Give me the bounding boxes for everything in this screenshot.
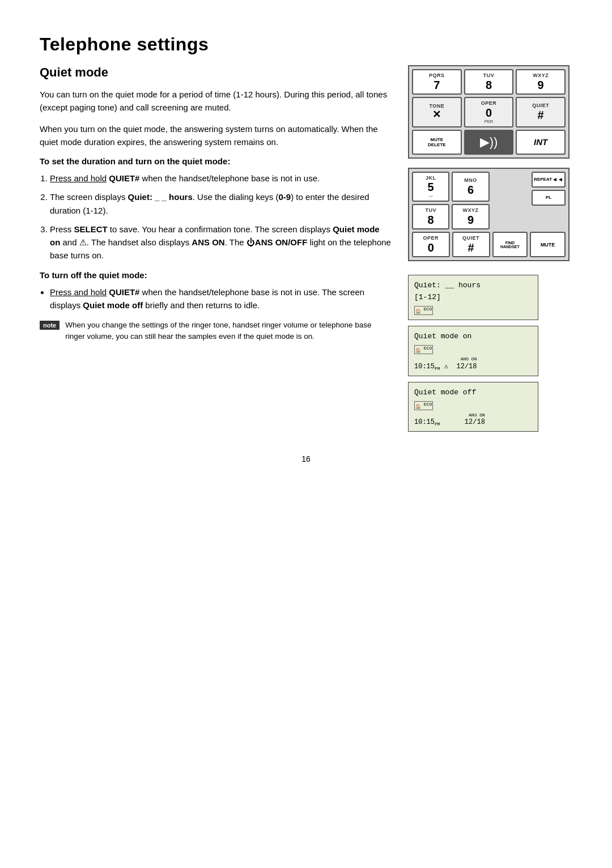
key-7: PQRS 7 — [412, 69, 462, 95]
key-find-handset: FINDHANDSET — [492, 232, 528, 257]
step-1: Press and hold QUIET# when the handset/t… — [50, 172, 391, 185]
key-6: MNO 6 — [452, 172, 489, 202]
key-quiet-bottom: QUIET # — [452, 232, 490, 257]
keypad-bottom-row2: OPER 0 QUIET # FINDHANDSET MUTE — [412, 232, 566, 257]
keypad-bottom-row1: JKL 5 — MNO 6 TUV 8 — [412, 172, 566, 230]
screen2-line1: Quiet mode on — [414, 331, 532, 343]
keypad-bottom-left: JKL 5 — MNO 6 TUV 8 — [412, 172, 529, 230]
quiet-mode-heading: Quiet mode — [40, 65, 391, 80]
set-duration-steps: Press and hold QUIET# when the handset/t… — [50, 172, 391, 262]
key-int: INT — [516, 130, 566, 155]
screen1-line1: Quiet: __ hours — [414, 280, 532, 292]
turn-off-heading: To turn off the quiet mode: — [40, 270, 391, 280]
screen3-eco: 🏠 ECO — [414, 401, 532, 410]
screen3-bottom: ANS ON 10:15PM 12/18 — [414, 412, 532, 427]
key-9-bottom: WXYZ 9 — [452, 204, 489, 229]
right-column: PQRS 7 TUV 8 WXYZ 9 TONE ✕ — [408, 65, 572, 432]
turn-off-bullet: Press and hold QUIET# when the handset/t… — [50, 286, 391, 312]
screen2-ans-on: ANS ON — [414, 356, 477, 361]
left-column: Quiet mode You can turn on the quiet mod… — [40, 65, 408, 432]
screen2-eco: 🏠 ECO — [414, 345, 532, 354]
screen-quiet-mode-off: Quiet mode off 🏠 ECO ANS ON 10:15PM 12/1… — [408, 382, 538, 432]
screen1-eco: 🏠 ECO — [414, 306, 532, 315]
keypad-row3: MUTE DELETE ▶)) INT — [412, 130, 566, 155]
screen1-line2: [1-12] — [414, 292, 532, 304]
screen2-bottom: ANS ON 10:15PM ⚠ 12/18 — [414, 356, 532, 371]
key-tone: TONE ✕ — [412, 97, 462, 127]
screen-quiet-mode-on: Quiet mode on 🏠 ECO ANS ON 10:15PM ⚠ 12/… — [408, 326, 538, 376]
key-speaker: ▶)) — [464, 130, 514, 155]
screen-quiet-hours: Quiet: __ hours [1-12] 🏠 ECO — [408, 275, 538, 320]
note-text: When you change the settings of the ring… — [65, 320, 391, 343]
keypad-row1: PQRS 7 TUV 8 WXYZ 9 — [412, 69, 566, 95]
keypad-row2: TONE ✕ OPER 0 PER QUIET # — [412, 97, 566, 127]
key-repeat: REPEAT ◄◄ — [532, 172, 566, 188]
keypad-bottom: JKL 5 — MNO 6 TUV 8 — [408, 168, 570, 261]
step-3: Press SELECT to save. You hear a confirm… — [50, 223, 391, 262]
keypad-bottom-grid2: TUV 8 WXYZ 9 — [412, 204, 529, 229]
page-number: 16 — [40, 454, 572, 463]
keypad-top: PQRS 7 TUV 8 WXYZ 9 TONE ✕ — [408, 65, 570, 159]
screen3-ans-on: ANS ON — [414, 412, 485, 418]
keypad-side-controls: REPEAT ◄◄ PL — [532, 172, 566, 230]
note-label: note — [40, 321, 60, 330]
keypad-bottom-grid1: JKL 5 — MNO 6 — [412, 172, 529, 202]
step-2: The screen displays Quiet: _ _ hours. Us… — [50, 190, 391, 217]
key-mute-delete: MUTE DELETE — [412, 130, 462, 155]
key-8-top: TUV 8 — [464, 69, 514, 95]
page-title: Telephone settings — [40, 34, 572, 55]
key-8-bottom: TUV 8 — [412, 204, 449, 229]
screens-column: Quiet: __ hours [1-12] 🏠 ECO Quiet mode … — [408, 275, 572, 432]
screen3-line1: Quiet mode off — [414, 387, 532, 399]
key-oper0: OPER 0 PER — [464, 97, 514, 127]
turn-off-steps: Press and hold QUIET# when the handset/t… — [50, 286, 391, 312]
key-quiet-hash: QUIET # — [516, 97, 566, 127]
key-9-top: WXYZ 9 — [516, 69, 566, 95]
key-5: JKL 5 — — [412, 172, 449, 202]
key-mute-bottom: MUTE — [530, 232, 566, 257]
screen3-time: 10:15PM 12/18 — [414, 418, 485, 426]
set-duration-heading: To set the duration and turn on the quie… — [40, 156, 391, 166]
key-oper0-bottom: OPER 0 — [412, 232, 450, 257]
quiet-mode-para1: You can turn on the quiet mode for a per… — [40, 88, 391, 114]
quiet-mode-para2: When you turn on the quiet mode, the ans… — [40, 122, 391, 149]
key-play: PL — [532, 190, 566, 206]
note-box: note When you change the settings of the… — [40, 320, 391, 343]
screen2-time: 10:15PM ⚠ 12/18 — [414, 363, 477, 371]
